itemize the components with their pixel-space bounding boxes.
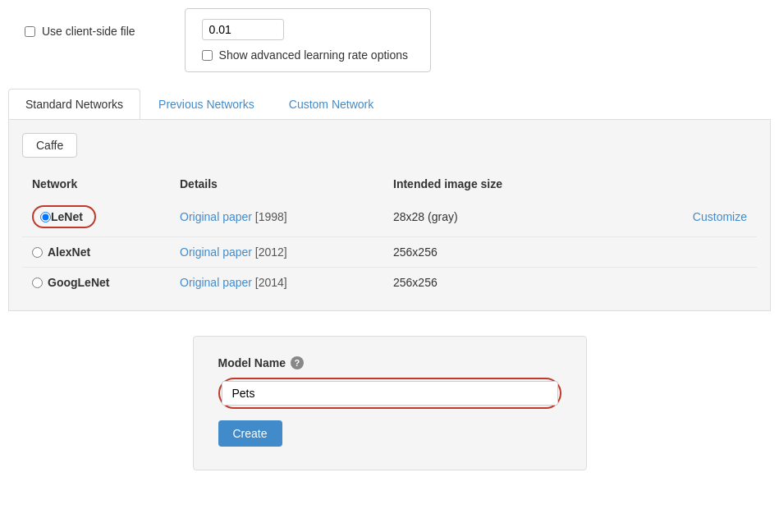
show-advanced-lr-checkbox[interactable] xyxy=(202,50,213,61)
use-client-side-file-checkbox[interactable] xyxy=(25,26,35,37)
network-name-lenet: LeNet xyxy=(51,210,83,223)
col-header-action xyxy=(515,171,757,197)
network-imgsize-lenet: 28x28 (gray) xyxy=(383,197,515,237)
network-details-lenet: Original paper [1998] xyxy=(170,197,383,237)
table-row: LeNetOriginal paper [1998]28x28 (gray)Cu… xyxy=(22,197,757,237)
model-name-help-icon[interactable]: ? xyxy=(291,356,304,369)
network-imgsize-alexnet: 256x256 xyxy=(383,237,515,268)
network-action-lenet: Customize xyxy=(515,197,757,237)
model-name-label-text: Model Name xyxy=(218,356,286,369)
sub-tab-caffe[interactable]: Caffe xyxy=(22,133,77,158)
model-name-input-circle xyxy=(218,378,561,409)
col-header-details: Details xyxy=(170,171,383,197)
col-header-network: Network xyxy=(22,171,170,197)
customize-link-lenet[interactable]: Customize xyxy=(693,210,747,223)
network-radio-label-alexnet[interactable]: AlexNet xyxy=(32,245,160,259)
network-year-lenet: [1998] xyxy=(252,210,287,223)
network-name-googlenet: GoogLeNet xyxy=(48,276,109,289)
network-table: Network Details Intended image size LeNe… xyxy=(22,171,757,297)
model-name-input[interactable] xyxy=(222,381,558,406)
use-client-side-file-label: Use client-side file xyxy=(42,25,135,38)
network-year-alexnet: [2012] xyxy=(252,245,287,259)
tab-standard-networks[interactable]: Standard Networks xyxy=(8,89,140,119)
network-paper-link-lenet[interactable]: Original paper xyxy=(180,210,252,223)
networks-panel: Caffe Network Details Intended image siz… xyxy=(8,120,771,311)
network-details-alexnet: Original paper [2012] xyxy=(170,237,383,268)
tab-previous-networks[interactable]: Previous Networks xyxy=(142,89,271,119)
network-name-alexnet: AlexNet xyxy=(48,245,90,259)
create-button[interactable]: Create xyxy=(218,420,282,447)
model-name-section: Model Name ? Create xyxy=(193,336,587,470)
network-imgsize-googlenet: 256x256 xyxy=(383,268,515,298)
network-radio-lenet[interactable] xyxy=(40,212,51,222)
network-paper-link-googlenet[interactable]: Original paper xyxy=(180,276,252,289)
network-year-googlenet: [2014] xyxy=(252,276,287,289)
tab-custom-network[interactable]: Custom Network xyxy=(273,89,390,119)
network-radio-googlenet[interactable] xyxy=(32,277,43,288)
network-paper-link-alexnet[interactable]: Original paper xyxy=(180,245,252,259)
network-action-alexnet xyxy=(515,237,757,268)
table-row: GoogLeNetOriginal paper [2014]256x256 xyxy=(22,268,757,298)
network-radio-label-googlenet[interactable]: GoogLeNet xyxy=(32,276,160,289)
network-action-googlenet xyxy=(515,268,757,298)
learning-rate-input[interactable] xyxy=(202,19,284,40)
lenet-circled: LeNet xyxy=(32,205,96,228)
network-tabs: Standard Networks Previous Networks Cust… xyxy=(8,89,771,120)
table-row: AlexNetOriginal paper [2012]256x256 xyxy=(22,237,757,268)
col-header-imgsize: Intended image size xyxy=(383,171,515,197)
network-details-googlenet: Original paper [2014] xyxy=(170,268,383,298)
show-advanced-lr-label: Show advanced learning rate options xyxy=(219,48,408,62)
network-radio-alexnet[interactable] xyxy=(32,247,43,258)
